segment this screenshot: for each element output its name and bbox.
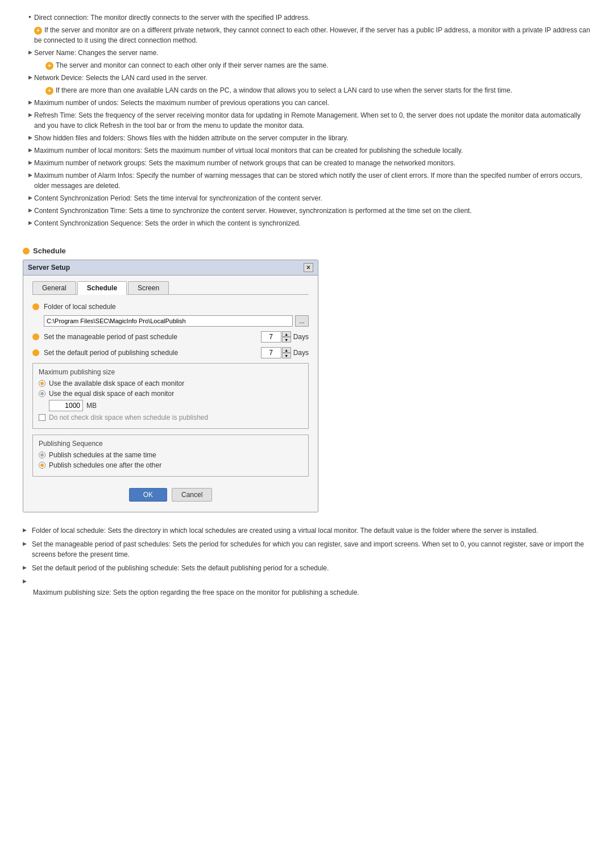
bullet-max-network-groups: Maximum number of network groups: Sets t… bbox=[23, 157, 591, 169]
bullet-content-sync-sequence: Content Synchronization Sequence: Sets t… bbox=[23, 217, 591, 229]
folder-label-row: Folder of local schedule bbox=[32, 303, 309, 311]
default-period-spin-buttons: ▲ ▼ bbox=[282, 347, 291, 358]
dialog-footer: OK Cancel bbox=[32, 482, 309, 506]
bottom-item-blank: ▶ bbox=[23, 575, 591, 586]
checkbox-no-disk-check-row[interactable]: Do not check disk space when schedule is… bbox=[39, 414, 302, 422]
bullet-max-local-monitors: Maximum number of local monitors: Sets t… bbox=[23, 144, 591, 157]
bullet-refresh-time: Refresh Time: Sets the frequency of the … bbox=[23, 109, 591, 132]
bottom-item-folder: ▶ Folder of local schedule: Sets the dir… bbox=[23, 524, 591, 537]
folder-path-row: ... bbox=[44, 315, 309, 327]
dialog-title: Server Setup bbox=[28, 264, 70, 272]
top-content-section: Direct connection: The monitor directly … bbox=[23, 11, 591, 229]
default-period-input[interactable] bbox=[261, 347, 281, 358]
dialog-titlebar: Server Setup × bbox=[23, 260, 318, 276]
radio-equal-disk-row[interactable]: Use the equal disk space of each monitor bbox=[39, 390, 302, 398]
past-schedule-input[interactable] bbox=[261, 331, 281, 343]
ok-button[interactable]: OK bbox=[129, 488, 167, 502]
radio-available-disk-row[interactable]: Use the available disk space of each mon… bbox=[39, 379, 302, 387]
bottom-item-past-schedule: ▶ Set the manageable period of past sche… bbox=[23, 537, 591, 561]
dialog-body: General Schedule Screen Folder of local … bbox=[23, 276, 318, 512]
top-bullet-list: Direct connection: The monitor directly … bbox=[23, 11, 591, 229]
default-period-dot bbox=[32, 349, 39, 356]
folder-path-input[interactable] bbox=[44, 315, 293, 327]
bullet-content-sync-time: Content Synchronization Time: Sets a tim… bbox=[23, 205, 591, 217]
radio-one-after-other-row[interactable]: Publish schedules one after the other bbox=[39, 461, 302, 469]
bullet-info-server-name: +The server and monitor can connect to e… bbox=[23, 59, 591, 72]
tab-schedule[interactable]: Schedule bbox=[77, 281, 127, 295]
radio-one-after-other[interactable] bbox=[39, 462, 45, 469]
dialog-close-button[interactable]: × bbox=[304, 263, 313, 272]
radio-equal-disk[interactable] bbox=[39, 390, 45, 397]
bullet-server-name: Server Name: Changes the server name. bbox=[23, 47, 591, 59]
bottom-description-list: ▶ Folder of local schedule: Sets the dir… bbox=[23, 524, 591, 599]
folder-orange-dot bbox=[32, 303, 39, 310]
tab-screen[interactable]: Screen bbox=[128, 281, 169, 294]
bottom-item-past-schedule-text: Set the manageable period of past schedu… bbox=[32, 539, 591, 560]
radio-same-time[interactable] bbox=[39, 452, 45, 458]
bottom-item-max-pub-size: Maximum publishing size: Sets the option… bbox=[33, 586, 591, 599]
info-icon-3: + bbox=[45, 87, 53, 95]
past-schedule-row: Set the manageable period of past schedu… bbox=[32, 331, 309, 343]
bullet-network-device: Network Device: Selects the LAN card use… bbox=[23, 72, 591, 84]
bottom-item-default-period-text: Set the default period of the publishing… bbox=[32, 563, 591, 573]
default-period-up-btn[interactable]: ▲ bbox=[282, 347, 291, 353]
arrow-icon-3: ▶ bbox=[23, 563, 32, 573]
max-publishing-size-title: Maximum publishing size bbox=[39, 368, 302, 376]
mb-value-input[interactable] bbox=[49, 400, 83, 411]
publishing-sequence-group: Publishing Sequence Publish schedules at… bbox=[32, 435, 309, 477]
tab-general[interactable]: General bbox=[32, 281, 76, 294]
dialog-tabs: General Schedule Screen bbox=[32, 281, 309, 295]
pub-seq-title: Publishing Sequence bbox=[39, 440, 302, 448]
folder-label: Folder of local schedule bbox=[44, 303, 309, 311]
default-period-spinner: ▲ ▼ Days bbox=[261, 347, 309, 358]
radio-available-disk[interactable] bbox=[39, 380, 45, 387]
past-schedule-down-btn[interactable]: ▼ bbox=[282, 337, 291, 343]
arrow-icon-1: ▶ bbox=[23, 525, 32, 536]
bottom-item-blank-text bbox=[32, 577, 591, 584]
info-icon-2: + bbox=[45, 62, 53, 70]
bullet-direct-connection: Direct connection: The monitor directly … bbox=[23, 11, 591, 24]
max-publishing-size-group: Maximum publishing size Use the availabl… bbox=[32, 363, 309, 429]
schedule-header: Schedule bbox=[23, 247, 591, 255]
past-schedule-dot bbox=[32, 333, 39, 340]
default-period-down-btn[interactable]: ▼ bbox=[282, 353, 291, 358]
arrow-icon-2: ▶ bbox=[23, 539, 32, 560]
past-schedule-spinner: ▲ ▼ Days bbox=[261, 331, 309, 343]
past-schedule-up-btn[interactable]: ▲ bbox=[282, 331, 291, 337]
cancel-button[interactable]: Cancel bbox=[172, 488, 212, 502]
browse-button[interactable]: ... bbox=[295, 315, 309, 327]
schedule-header-icon bbox=[23, 248, 30, 254]
default-period-days: Days bbox=[293, 349, 309, 357]
mb-input-row: MB bbox=[49, 400, 302, 411]
bullet-max-alarm-infos: Maximum number of Alarm Infos: Specify t… bbox=[23, 169, 591, 192]
checkbox-no-disk-check[interactable] bbox=[39, 414, 45, 421]
bullet-hidden-files: Show hidden files and folders: Shows fil… bbox=[23, 132, 591, 144]
bullet-info-lan-cards: +If there are more than one available LA… bbox=[23, 84, 591, 97]
schedule-header-text: Schedule bbox=[33, 247, 66, 255]
bullet-max-undos: Maximum number of undos: Selects the max… bbox=[23, 97, 591, 109]
bullet-content-sync-period: Content Synchronization Period: Sets the… bbox=[23, 192, 591, 205]
past-schedule-days: Days bbox=[293, 333, 309, 341]
bottom-item-max-pub-size-text: Maximum publishing size: Sets the option… bbox=[33, 587, 591, 598]
past-schedule-label: Set the manageable period of past schedu… bbox=[44, 333, 256, 341]
past-schedule-spin-buttons: ▲ ▼ bbox=[282, 331, 291, 343]
schedule-section: Schedule Server Setup × General Schedule… bbox=[23, 247, 591, 599]
bullet-info-private-network: +If the server and monitor are on a diff… bbox=[23, 24, 591, 47]
radio-same-time-row[interactable]: Publish schedules at the same time bbox=[39, 451, 302, 459]
server-setup-dialog: Server Setup × General Schedule Screen F… bbox=[23, 260, 318, 512]
radio-one-after-other-label: Publish schedules one after the other bbox=[49, 461, 161, 469]
info-icon-1: + bbox=[34, 27, 42, 35]
radio-available-disk-label: Use the available disk space of each mon… bbox=[49, 379, 184, 387]
bottom-item-default-period: ▶ Set the default period of the publishi… bbox=[23, 561, 591, 575]
bottom-item-folder-text: Folder of local schedule: Sets the direc… bbox=[32, 525, 591, 536]
default-period-row: Set the default period of publishing sch… bbox=[32, 347, 309, 358]
mb-unit-label: MB bbox=[86, 402, 97, 410]
checkbox-no-disk-check-label: Do not check disk space when schedule is… bbox=[49, 414, 208, 422]
arrow-icon-4: ▶ bbox=[23, 577, 32, 584]
radio-equal-disk-label: Use the equal disk space of each monitor bbox=[49, 390, 174, 398]
default-period-label: Set the default period of publishing sch… bbox=[44, 349, 256, 357]
radio-same-time-label: Publish schedules at the same time bbox=[49, 451, 156, 459]
